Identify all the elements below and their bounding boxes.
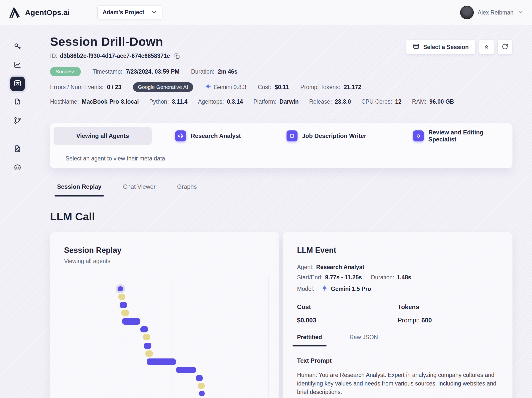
timestamp-label: Timestamp: <box>92 68 122 75</box>
agent-tab-review-editing-specialist[interactable]: Review and Editing Specialist <box>413 129 512 143</box>
gemini-version: Gemini 0.8.3 <box>205 83 246 91</box>
errors-value: 0 / 23 <box>107 84 121 91</box>
event-model-label: Model: <box>297 286 314 292</box>
meta-row-host: HostName: MacBook-Pro-8.local Python: 3.… <box>50 98 512 105</box>
python-label: Python: <box>149 98 169 105</box>
page-title: Session Drill-Down <box>50 35 512 49</box>
replay-bar-llm[interactable] <box>122 318 140 325</box>
replay-bar-tool[interactable] <box>145 350 153 357</box>
sidebar-item-api-keys[interactable] <box>10 40 25 54</box>
chart-gridline <box>171 276 171 398</box>
replay-bar-tool[interactable] <box>143 334 150 340</box>
agent-diamond-icon <box>413 130 424 141</box>
host-label: HostName: <box>50 98 79 105</box>
event-agent-label: Agent: <box>297 264 314 271</box>
git-branch-icon <box>14 116 22 125</box>
agents-hint: Select an agent to view their meta data <box>50 149 512 168</box>
sidebar-item-analytics[interactable] <box>10 58 25 73</box>
event-cost-heading: Cost <box>297 303 398 311</box>
session-id-row: ID: d3b86b2c-f930-4d17-aee7-674e6858371e <box>50 53 512 59</box>
replay-bar-llm[interactable] <box>147 358 176 365</box>
text-prompt-body: Human: You are Research Analyst. Expert … <box>297 371 497 398</box>
timestamp-value: 7/23/2024, 03:59 PM <box>126 68 180 75</box>
event-agent-value: Research Analyst <box>316 264 364 271</box>
cost-label: Cost: <box>258 84 271 91</box>
sidebar-item-discord[interactable] <box>10 160 25 175</box>
tab-chat-viewer[interactable]: Chat Viewer <box>123 183 155 196</box>
agent-tab-research-analyst[interactable]: Research Analyst <box>175 130 241 141</box>
user-menu[interactable]: Alex Reibman <box>460 0 523 25</box>
sidebar-item-session-drill-down[interactable] <box>10 77 25 91</box>
replay-bar-llm[interactable] <box>144 343 151 349</box>
event-duration-value: 1.48s <box>397 274 411 281</box>
status-badge: Success <box>50 67 81 76</box>
replay-bar-tool[interactable] <box>198 383 205 389</box>
replay-bar-llm[interactable] <box>118 286 123 291</box>
replay-card-title: Session Replay <box>64 246 265 255</box>
event-prompt-tokens-value: 600 <box>421 317 432 324</box>
ram-label: RAM: <box>412 98 427 105</box>
event-model-row: Model: Gemini 1.5 Pro <box>297 284 498 293</box>
line-chart-icon <box>14 61 22 70</box>
meta-row-events: Errors / Num Events: 0 / 23 Google Gener… <box>50 82 512 92</box>
gemini-star-icon <box>205 83 212 91</box>
tab-session-replay[interactable]: Session Replay <box>57 183 101 196</box>
cpu-cores-value: 12 <box>395 98 402 105</box>
agentops-logo-icon <box>8 5 22 20</box>
tab-prettified[interactable]: Prettified <box>297 334 322 346</box>
user-name: Alex Reibman <box>478 9 513 16</box>
session-replay-card: Session Replay Viewing all agents <box>50 232 279 398</box>
event-model-value: Gemini 1.5 Pro <box>331 286 371 292</box>
event-cost-tokens: Cost $0.003 Tokens Prompt: 600 <box>297 303 498 324</box>
tab-raw-json[interactable]: Raw JSON <box>350 334 378 346</box>
prompt-tokens-label: Prompt Tokens: <box>300 84 340 91</box>
replay-bar-llm[interactable] <box>196 375 203 381</box>
platform-label: Platform: <box>253 98 277 105</box>
errors-label: Errors / Num Events: <box>50 84 103 91</box>
brand[interactable]: AgentOps.ai <box>8 5 70 20</box>
host-value: MacBook-Pro-8.local <box>82 98 139 105</box>
sidebar-item-logs[interactable] <box>10 142 25 156</box>
agent-square-icon <box>287 130 298 141</box>
agent-cross-icon <box>175 130 186 141</box>
project-selector[interactable]: Adam's Project <box>97 5 163 20</box>
provider-badge: Google Generative AI <box>133 82 193 92</box>
avatar <box>460 6 474 19</box>
duration-label: Duration: <box>191 68 214 75</box>
gemini-version-label: Gemini 0.8.3 <box>214 84 246 91</box>
agent-tab-job-description-writer[interactable]: Job Description Writer <box>287 130 366 141</box>
viewing-all-agents-tab[interactable]: Viewing all Agents <box>54 127 152 145</box>
agents-tab-row: Viewing all Agents Research Analyst <box>50 123 512 149</box>
llm-event-card: LLM Event Agent: Research Analyst Start/… <box>283 232 512 398</box>
doc-file-icon: DOC <box>14 98 22 107</box>
sidebar-item-docs[interactable]: DOC <box>10 95 25 110</box>
text-prompt-heading: Text Prompt <box>297 357 498 364</box>
replay-bar-llm[interactable] <box>199 391 205 396</box>
llm-event-title: LLM Event <box>297 246 498 255</box>
gemini-star-icon <box>321 284 328 293</box>
replay-bar-tool[interactable] <box>118 294 125 300</box>
discord-icon <box>13 163 22 172</box>
replay-bar-llm[interactable] <box>140 326 148 332</box>
session-id-label: ID: <box>50 53 57 59</box>
cost-value: $0.11 <box>275 84 289 91</box>
agentops-version-value: 0.3.14 <box>227 98 243 105</box>
file-search-icon <box>14 145 22 154</box>
replay-bar-tool[interactable] <box>121 310 129 316</box>
llm-call-heading: LLM Call <box>50 211 512 223</box>
project-selector-label: Adam's Project <box>103 9 144 16</box>
replay-bar-llm[interactable] <box>120 302 127 308</box>
event-prompt-label: Prompt: <box>398 317 420 324</box>
sidebar-item-integrations[interactable] <box>10 114 25 128</box>
tab-graphs[interactable]: Graphs <box>177 183 197 196</box>
session-id-value: d3b86b2c-f930-4d17-aee7-674e6858371e <box>60 53 170 59</box>
replay-bar-llm[interactable] <box>176 367 196 373</box>
replay-chart <box>50 276 279 398</box>
agent-tab-label: Review and Editing Specialist <box>428 129 512 143</box>
replay-card-subtitle: Viewing all agents <box>64 258 265 265</box>
python-value: 3.11.4 <box>172 98 188 105</box>
key-icon <box>14 42 22 51</box>
event-duration-label: Duration: <box>371 274 394 281</box>
prompt-tokens-value: 21,172 <box>344 84 361 91</box>
copy-icon[interactable] <box>174 53 180 59</box>
